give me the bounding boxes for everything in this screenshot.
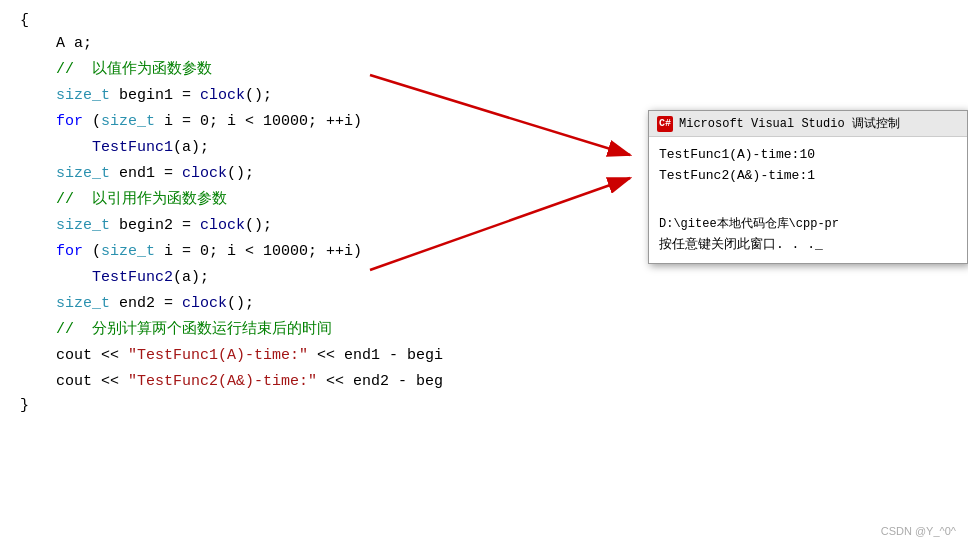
code-line-cout2: cout << "TestFunc2(A&)-time:" << end2 - … [0,369,968,395]
console-prompt: 按任意键关闭此窗口. . ._ [659,235,957,256]
code-line-testfunc2: TestFunc2(a); [0,265,968,291]
code-line-aa: A a; [0,31,968,57]
brace-close-line: } [0,395,968,416]
console-titlebar: C# Microsoft Visual Studio 调试控制 [649,111,967,137]
console-body: TestFunc1(A)-time:10 TestFunc2(A&)-time:… [649,137,967,263]
vs-icon: C# [657,116,673,132]
code-line-comment1: // 以值作为函数参数 [0,57,968,83]
code-line-begin1: size_t begin1 = clock(); [0,83,968,109]
console-blank [659,187,957,208]
code-line-comment3: // 分别计算两个函数运行结束后的时间 [0,317,968,343]
code-line-end2: size_t end2 = clock(); [0,291,968,317]
code-editor: { A a; // 以值作为函数参数 size_t begin1 = clock… [0,0,968,545]
console-window: C# Microsoft Visual Studio 调试控制 TestFunc… [648,110,968,264]
watermark: CSDN @Y_^0^ [881,525,956,537]
console-path: D:\gitee本地代码仓库\cpp-pr [659,215,957,234]
code-line-cout1: cout << "TestFunc1(A)-time:" << end1 - b… [0,343,968,369]
console-result2: TestFunc2(A&)-time:1 [659,166,957,187]
brace-open-line: { [0,10,968,31]
console-result1: TestFunc1(A)-time:10 [659,145,957,166]
console-title: Microsoft Visual Studio 调试控制 [679,115,900,132]
